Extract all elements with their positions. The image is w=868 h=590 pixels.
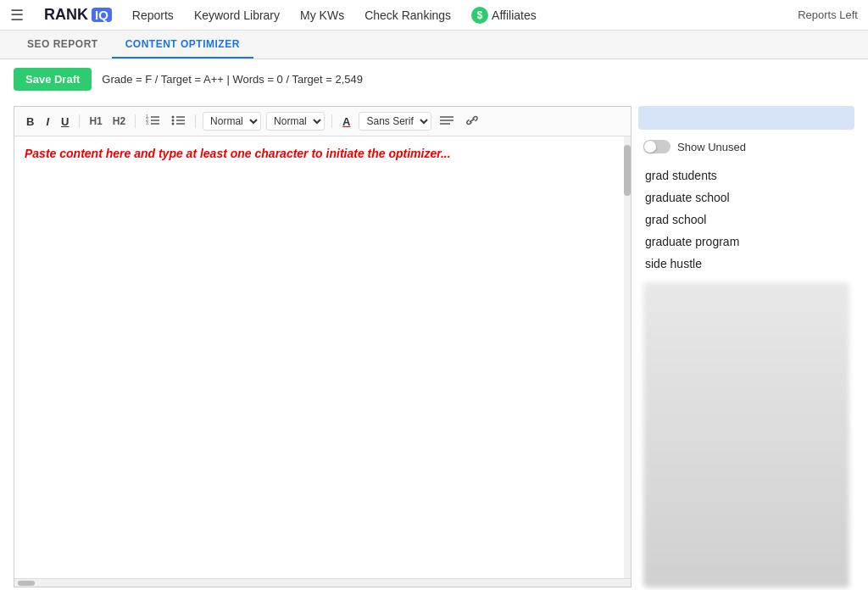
editor-placeholder: Paste content here and type at least one…	[25, 147, 451, 160]
editor-container: B I U H1 H2 1. 2. 3.	[14, 106, 632, 587]
main-area: B I U H1 H2 1. 2. 3.	[0, 99, 868, 590]
h2-button[interactable]: H2	[110, 114, 128, 129]
sub-tabs: SEO REPORT CONTENT OPTIMIZER	[0, 31, 868, 59]
reports-left-label: Reports Left	[798, 8, 858, 21]
svg-text:3.: 3.	[146, 120, 149, 125]
show-unused-row: Show Unused	[638, 136, 854, 157]
svg-point-11	[172, 122, 175, 125]
separator-2	[135, 114, 136, 128]
underline-button[interactable]: U	[58, 114, 72, 130]
affiliates-label: Affiliates	[492, 8, 537, 22]
editor-scrollbar[interactable]	[624, 136, 631, 578]
keyword-item-2[interactable]: grad school	[643, 209, 849, 230]
nav-link-check-rankings[interactable]: Check Rankings	[364, 8, 451, 22]
tab-seo-report[interactable]: SEO REPORT	[14, 31, 112, 58]
hamburger-icon[interactable]: ☰	[10, 6, 24, 25]
italic-button[interactable]: I	[42, 114, 53, 130]
dollar-icon: $	[471, 7, 488, 24]
toolbar-bar: Save Draft Grade = F / Target = A++ | Wo…	[0, 59, 868, 99]
separator-3	[195, 114, 196, 128]
link-button[interactable]	[462, 113, 482, 131]
svg-point-9	[172, 115, 175, 118]
logo-rank-text: RANK	[44, 6, 88, 24]
svg-point-10	[172, 119, 175, 121]
keyword-item-0[interactable]: grad students	[643, 165, 849, 186]
nav-links: Reports Keyword Library My KWs Check Ran…	[132, 7, 777, 24]
show-unused-label: Show Unused	[677, 141, 746, 153]
nav-link-affiliates[interactable]: $ Affiliates	[471, 7, 537, 24]
svg-line-15	[470, 119, 475, 121]
font-color-button[interactable]: A	[339, 114, 353, 130]
keyword-item-1[interactable]: graduate school	[643, 187, 849, 208]
logo-iq-text: IQ	[92, 8, 112, 22]
unordered-list-button[interactable]	[168, 113, 188, 131]
right-panel: Show Unused grad students graduate schoo…	[638, 106, 854, 587]
align-button[interactable]	[437, 113, 457, 130]
toggle-knob	[644, 141, 656, 153]
right-panel-header	[638, 106, 854, 130]
nav-link-keyword-library[interactable]: Keyword Library	[194, 8, 280, 22]
font-size-select[interactable]: Normal	[266, 112, 325, 131]
show-unused-toggle[interactable]	[643, 140, 670, 153]
font-family-select[interactable]: Sans Serif	[359, 112, 431, 131]
tab-content-optimizer[interactable]: CONTENT OPTIMIZER	[112, 31, 253, 58]
nav-link-reports[interactable]: Reports	[132, 8, 174, 22]
h1-button[interactable]: H1	[86, 114, 104, 129]
grade-info: Grade = F / Target = A++ | Words = 0 / T…	[102, 73, 363, 86]
editor-wrapper: Paste content here and type at least one…	[14, 136, 631, 578]
separator-4	[331, 114, 332, 128]
bold-button[interactable]: B	[23, 114, 37, 130]
keyword-item-3[interactable]: graduate program	[643, 231, 849, 252]
keyword-item-4[interactable]: side hustle	[643, 253, 849, 274]
top-nav: ☰ RANK IQ Reports Keyword Library My KWs…	[0, 0, 868, 31]
editor-scroll-thumb[interactable]	[624, 145, 631, 196]
editor-toolbar: B I U H1 H2 1. 2. 3.	[14, 107, 631, 136]
horizontal-scroll-thumb[interactable]	[18, 581, 35, 586]
blurred-keywords-section	[643, 282, 849, 587]
nav-link-my-kws[interactable]: My KWs	[300, 8, 344, 22]
keyword-list: grad students graduate school grad schoo…	[638, 164, 854, 276]
save-draft-button[interactable]: Save Draft	[14, 68, 92, 91]
editor-content[interactable]: Paste content here and type at least one…	[14, 136, 624, 578]
paragraph-style-select[interactable]: Normal	[203, 112, 261, 131]
logo[interactable]: RANK IQ	[44, 6, 112, 24]
ordered-list-button[interactable]: 1. 2. 3.	[142, 113, 163, 131]
horizontal-scrollbar[interactable]	[14, 578, 631, 587]
separator-1	[79, 114, 80, 128]
